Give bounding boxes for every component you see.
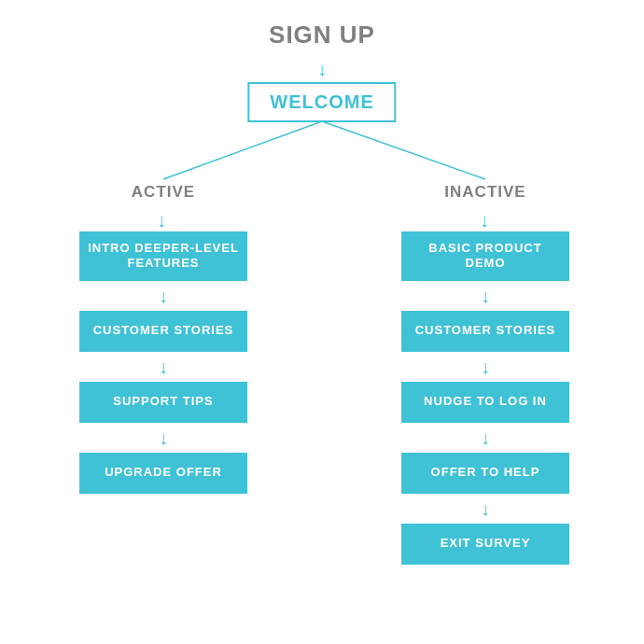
welcome-box: WELCOME — [247, 82, 396, 122]
flow-step: UPGRADE OFFER — [79, 453, 247, 494]
flow-step: CUSTOMER STORIES — [401, 311, 569, 352]
flow-step: BASIC PRODUCT DEMO — [401, 231, 569, 281]
svg-line-0 — [163, 121, 322, 179]
arrow-down-icon: ↓ — [157, 211, 166, 230]
signup-title: SIGN UP — [269, 21, 375, 49]
active-column: INTRO DEEPER-LEVEL FEATURES ↓ CUSTOMER S… — [79, 231, 247, 494]
flow-step: EXIT SURVEY — [401, 524, 569, 565]
svg-line-1 — [322, 121, 485, 179]
branch-label-active: ACTIVE — [79, 183, 247, 202]
inactive-column: BASIC PRODUCT DEMO ↓ CUSTOMER STORIES ↓ … — [401, 231, 569, 565]
flow-step: SUPPORT TIPS — [79, 382, 247, 423]
flow-step: CUSTOMER STORIES — [79, 311, 247, 352]
arrow-down-icon: ↓ — [159, 287, 168, 305]
branch-label-inactive: INACTIVE — [401, 183, 569, 202]
flow-step: NUDGE TO LOG IN — [401, 382, 569, 423]
arrow-down-icon: ↓ — [159, 357, 168, 376]
arrow-down-icon: ↓ — [159, 428, 168, 447]
flow-step: OFFER TO HELP — [401, 453, 569, 494]
arrow-down-icon: ↓ — [481, 357, 490, 376]
flow-step: INTRO DEEPER-LEVEL FEATURES — [79, 231, 247, 281]
arrow-down-icon: ↓ — [481, 428, 490, 447]
arrow-down-icon: ↓ — [481, 287, 490, 305]
arrow-down-icon: ↓ — [480, 211, 489, 230]
arrow-down-icon: ↓ — [481, 499, 490, 518]
arrow-down-icon: ↓ — [317, 60, 327, 78]
